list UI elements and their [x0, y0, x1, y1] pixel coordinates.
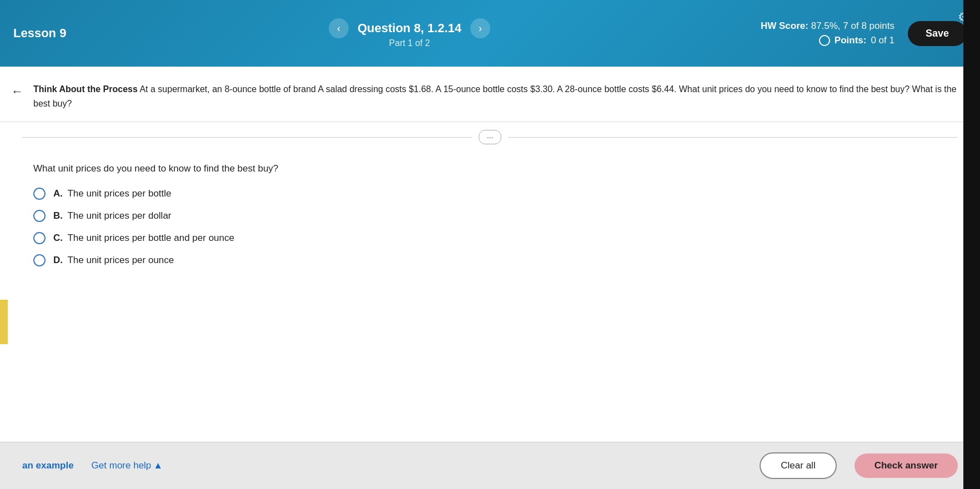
- option-a-label: A. The unit prices per bottle: [53, 188, 172, 199]
- next-question-button[interactable]: ›: [470, 18, 490, 38]
- option-c-label: C. The unit prices per bottle and per ou…: [53, 233, 234, 244]
- option-a-letter: A.: [53, 188, 63, 199]
- option-a[interactable]: A. The unit prices per bottle: [33, 188, 947, 200]
- points-circle-icon: [819, 35, 830, 46]
- points-value: 0 of 1: [871, 35, 894, 46]
- question-bold-prefix: Think About the Process: [33, 84, 138, 94]
- header: Lesson 9 ‹ Question 8, 1.2.14 › Part 1 o…: [0, 0, 980, 67]
- option-c[interactable]: C. The unit prices per bottle and per ou…: [33, 232, 947, 244]
- main-content: ← Think About the Process At a supermark…: [0, 67, 980, 489]
- radio-a[interactable]: [33, 188, 46, 200]
- radio-d[interactable]: [33, 254, 46, 266]
- divider-line-left: [22, 137, 472, 138]
- option-d-text: The unit prices per ounce: [67, 255, 174, 265]
- option-d[interactable]: D. The unit prices per ounce: [33, 254, 947, 266]
- answer-section: What unit prices do you need to know to …: [0, 152, 980, 442]
- options-list: A. The unit prices per bottle B. The uni…: [33, 188, 947, 266]
- help-arrow-icon: ▲: [153, 460, 163, 471]
- sub-question-text: What unit prices do you need to know to …: [33, 163, 947, 174]
- option-c-text: The unit prices per bottle and per ounce: [67, 233, 234, 243]
- question-text: Think About the Process At a supermarket…: [33, 82, 958, 110]
- help-label: Get more help: [92, 460, 152, 471]
- question-area: ← Think About the Process At a supermark…: [0, 67, 980, 122]
- right-overlay: [963, 0, 980, 489]
- option-d-label: D. The unit prices per ounce: [53, 255, 174, 266]
- question-part: Part 1 of 2: [389, 38, 430, 48]
- header-center: ‹ Question 8, 1.2.14 › Part 1 of 2: [102, 18, 717, 48]
- check-answer-button[interactable]: Check answer: [855, 453, 958, 478]
- question-title: Question 8, 1.2.14: [358, 21, 461, 36]
- radio-b[interactable]: [33, 210, 46, 222]
- option-d-letter: D.: [53, 255, 63, 265]
- header-right: HW Score: 87.5%, 7 of 8 points Points: 0…: [717, 21, 894, 46]
- question-nav: ‹ Question 8, 1.2.14 ›: [329, 18, 490, 38]
- example-link[interactable]: an example: [22, 460, 74, 471]
- points-row: Points: 0 of 1: [819, 35, 894, 46]
- divider-dots-button[interactable]: ···: [479, 130, 502, 144]
- hw-score: HW Score: 87.5%, 7 of 8 points: [761, 21, 894, 32]
- divider-row: ···: [0, 122, 980, 152]
- radio-c[interactable]: [33, 232, 46, 244]
- prev-question-button[interactable]: ‹: [329, 18, 349, 38]
- option-b[interactable]: B. The unit prices per dollar: [33, 210, 947, 222]
- yellow-marker: [0, 300, 8, 344]
- option-a-text: The unit prices per bottle: [67, 188, 171, 199]
- question-body: At a supermarket, an 8-ounce bottle of b…: [33, 84, 957, 108]
- back-arrow-icon[interactable]: ←: [11, 84, 23, 99]
- footer: an example Get more help ▲ Clear all Che…: [0, 442, 980, 489]
- hw-score-label: HW Score:: [761, 21, 808, 31]
- hw-score-value: 87.5%, 7 of 8 points: [811, 21, 894, 31]
- save-button[interactable]: Save: [908, 21, 967, 46]
- option-c-letter: C.: [53, 233, 63, 243]
- option-b-text: The unit prices per dollar: [67, 210, 171, 221]
- points-label: Points:: [835, 35, 867, 46]
- clear-all-button[interactable]: Clear all: [760, 452, 836, 479]
- option-b-label: B. The unit prices per dollar: [53, 210, 172, 221]
- lesson-label: Lesson 9: [13, 26, 102, 41]
- divider-line-right: [508, 137, 958, 138]
- option-b-letter: B.: [53, 210, 63, 221]
- help-link[interactable]: Get more help ▲: [92, 460, 163, 471]
